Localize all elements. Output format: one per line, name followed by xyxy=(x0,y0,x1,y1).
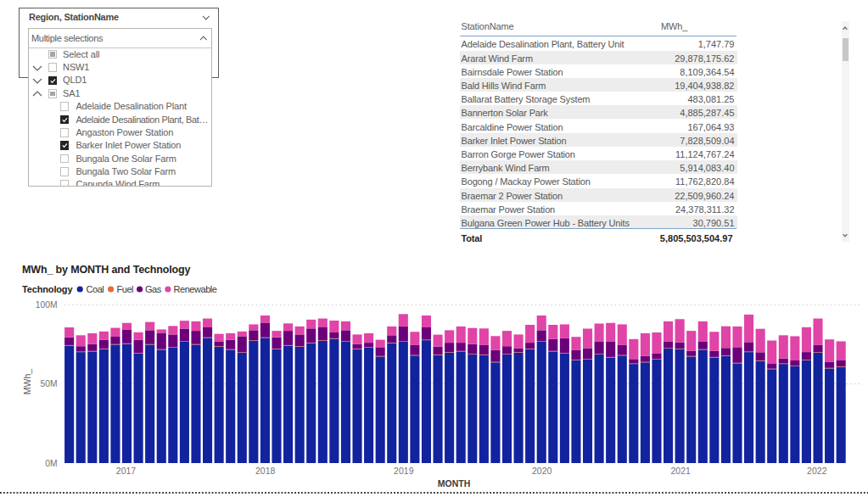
svg-text:100M: 100M xyxy=(36,300,58,310)
svg-text:2022: 2022 xyxy=(807,466,827,476)
svg-text:MWh_ by MONTH and Technology: MWh_ by MONTH and Technology xyxy=(22,264,191,276)
svg-text:Fuel: Fuel xyxy=(117,284,134,294)
svg-text:2021: 2021 xyxy=(671,466,692,476)
svg-text:0M: 0M xyxy=(45,459,57,468)
svg-text:Renewable: Renewable xyxy=(174,284,217,294)
svg-text:2017: 2017 xyxy=(116,466,137,476)
svg-text:Gas: Gas xyxy=(145,284,162,294)
svg-text:50M: 50M xyxy=(40,379,57,388)
svg-text:2019: 2019 xyxy=(394,466,414,476)
svg-text:MONTH: MONTH xyxy=(438,478,471,489)
svg-text:Technology: Technology xyxy=(22,284,73,294)
svg-text:2020: 2020 xyxy=(532,466,552,476)
svg-text:2018: 2018 xyxy=(255,466,276,476)
svg-text:Coal: Coal xyxy=(87,284,104,294)
svg-text:MWh_: MWh_ xyxy=(22,369,32,394)
